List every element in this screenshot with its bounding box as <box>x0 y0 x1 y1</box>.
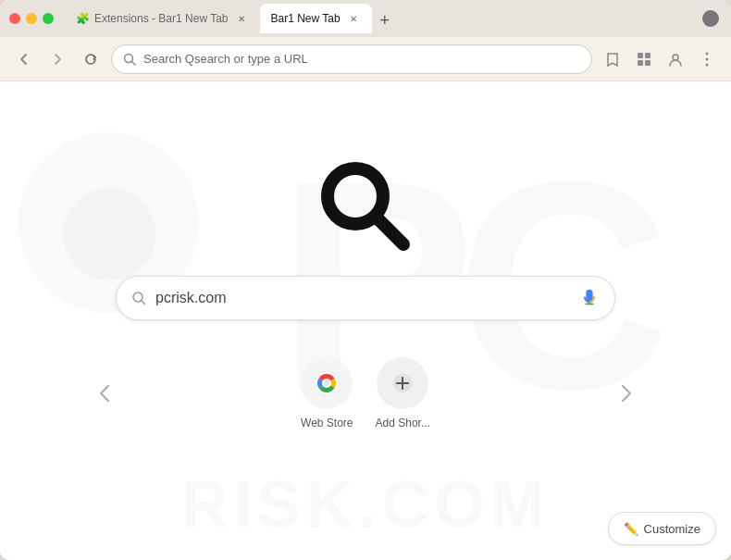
svg-line-2 <box>132 61 136 65</box>
profile-icon[interactable] <box>663 46 688 72</box>
customize-pencil-icon: ✏️ <box>624 522 638 536</box>
add-shortcut-icon <box>377 357 428 409</box>
svg-point-8 <box>706 52 709 55</box>
browser-actions <box>700 7 722 30</box>
bookmark-icon[interactable] <box>600 46 626 72</box>
shortcuts-row: Web Store Add Shor... <box>88 357 643 429</box>
watermark: PC RISK.COM <box>0 81 731 560</box>
tab-bar1[interactable]: Bar1 New Tab ✕ <box>260 4 372 33</box>
svg-rect-5 <box>638 60 643 66</box>
svg-rect-6 <box>645 60 650 66</box>
microphone-icon[interactable] <box>579 288 600 308</box>
shortcuts-list: Web Store Add Shor... <box>121 357 610 429</box>
forward-button[interactable] <box>44 46 70 72</box>
customize-label: Customize <box>644 522 700 536</box>
new-tab-page: PC RISK.COM pcrisk.com <box>0 81 731 560</box>
watermark-person-head <box>63 188 155 280</box>
svg-point-0 <box>702 10 719 27</box>
shortcut-add[interactable]: Add Shor... <box>376 357 430 429</box>
svg-line-12 <box>376 217 403 244</box>
tab-close-bar1[interactable]: ✕ <box>346 11 361 26</box>
search-bar-container: pcrisk.com <box>116 276 615 320</box>
refresh-button[interactable] <box>78 46 104 72</box>
svg-point-7 <box>673 55 678 60</box>
tab-label-extensions: Extensions - Bar1 New Tab <box>94 12 229 25</box>
search-bar-value: pcrisk.com <box>155 290 570 306</box>
title-bar: 🧩 Extensions - Bar1 New Tab ✕ Bar1 New T… <box>0 0 731 37</box>
shortcut-webstore[interactable]: Web Store <box>301 357 353 429</box>
customize-button[interactable]: ✏️ Customize <box>608 512 716 545</box>
profile-circle-icon <box>700 7 722 30</box>
svg-point-9 <box>706 57 709 60</box>
back-button[interactable] <box>11 46 37 72</box>
tab-extensions[interactable]: 🧩 Extensions - Bar1 New Tab ✕ <box>65 4 260 33</box>
shortcut-add-label: Add Shor... <box>376 417 430 429</box>
watermark-risk-text: RISK.COM <box>181 467 550 541</box>
address-actions <box>600 46 720 72</box>
shortcuts-prev-button[interactable] <box>88 377 121 410</box>
shortcut-webstore-label: Web Store <box>301 417 353 429</box>
url-bar[interactable]: Search Qsearch or type a URL <box>111 44 592 74</box>
extensions-icon[interactable] <box>631 46 657 72</box>
big-search-icon <box>315 156 416 261</box>
new-tab-button[interactable]: + <box>372 7 398 33</box>
search-bar[interactable]: pcrisk.com <box>116 276 615 320</box>
close-traffic-light[interactable] <box>9 13 20 24</box>
svg-rect-4 <box>645 53 650 58</box>
svg-point-20 <box>324 380 329 386</box>
tabs-area: 🧩 Extensions - Bar1 New Tab ✕ Bar1 New T… <box>65 4 692 33</box>
menu-icon[interactable] <box>694 46 720 72</box>
svg-point-10 <box>706 63 709 66</box>
svg-rect-3 <box>638 53 643 58</box>
svg-line-14 <box>142 301 145 305</box>
url-search-icon <box>123 53 136 66</box>
traffic-lights <box>9 13 54 24</box>
shortcut-webstore-icon <box>301 357 353 409</box>
tab-close-extensions[interactable]: ✕ <box>234 11 249 26</box>
search-bar-icon <box>131 291 146 305</box>
minimize-traffic-light[interactable] <box>26 13 37 24</box>
maximize-traffic-light[interactable] <box>43 13 54 24</box>
shortcuts-next-button[interactable] <box>610 377 643 410</box>
browser-window: 🧩 Extensions - Bar1 New Tab ✕ Bar1 New T… <box>0 0 731 560</box>
address-bar: Search Qsearch or type a URL <box>0 37 731 81</box>
url-display-text: Search Qsearch or type a URL <box>143 52 308 66</box>
tab-favicon-extensions: 🧩 <box>76 12 89 25</box>
tab-label-bar1: Bar1 New Tab <box>271 12 341 25</box>
